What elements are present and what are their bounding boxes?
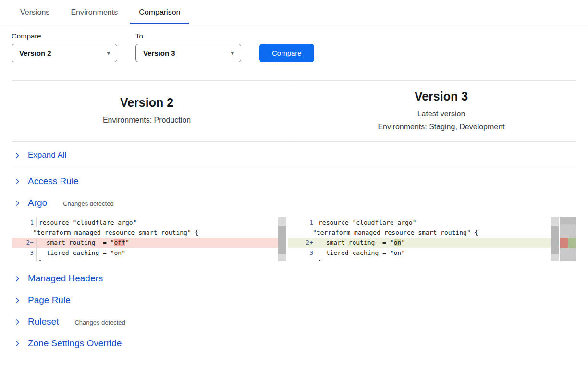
version-left-title: Version 2 bbox=[0, 96, 294, 110]
chevron-right-icon bbox=[14, 200, 21, 206]
section-managed-headers[interactable]: Managed Headers bbox=[0, 269, 588, 288]
diff-pane-left: 1resource "cloudflare_argo""terraform_ma… bbox=[12, 217, 286, 261]
minimap-removed-mark bbox=[560, 238, 568, 248]
tab-versions[interactable]: Versions bbox=[19, 0, 50, 24]
compare-to-value: Version 3 bbox=[143, 49, 175, 57]
diff-view: 1resource "cloudflare_argo""terraform_ma… bbox=[12, 217, 588, 261]
code-line: } bbox=[288, 258, 551, 261]
version-right-subtitle: Latest version bbox=[294, 107, 588, 120]
code-line: "terraform_managed_resource_smart_routin… bbox=[288, 227, 551, 238]
caret-down-icon: ▾ bbox=[107, 50, 110, 57]
code-text: smart_routing = "on" bbox=[316, 238, 405, 248]
changes-detected-badge: Changes detected bbox=[74, 317, 125, 326]
code-text: "terraform_managed_resource_smart_routin… bbox=[12, 227, 198, 238]
expand-all-button[interactable]: Expand All bbox=[0, 142, 588, 169]
section-label: Page Rule bbox=[28, 295, 71, 305]
code-line: 1resource "cloudflare_argo" bbox=[12, 217, 278, 227]
version-left-environments: Environments: Production bbox=[0, 114, 294, 126]
section-zone-settings-override[interactable]: Zone Settings Override bbox=[0, 334, 588, 353]
chevron-right-icon bbox=[14, 297, 21, 303]
tab-environments[interactable]: Environments bbox=[70, 0, 119, 24]
changes-detected-badge: Changes detected bbox=[63, 199, 114, 207]
section-label: Access Rule bbox=[28, 176, 79, 187]
version-right-title: Version 3 bbox=[294, 89, 588, 103]
version-headers: Version 2 Environments: Production Versi… bbox=[0, 81, 588, 141]
chevron-right-icon bbox=[14, 152, 21, 159]
section-access-rule[interactable]: Access Rule bbox=[0, 172, 588, 191]
tab-comparison[interactable]: Comparison bbox=[138, 0, 181, 24]
diff-scrollbar[interactable] bbox=[551, 217, 559, 261]
tab-bar: VersionsEnvironmentsComparison bbox=[0, 0, 588, 24]
code-line: 1resource "cloudflare_argo" bbox=[288, 217, 551, 227]
scrollbar-thumb[interactable] bbox=[551, 226, 559, 254]
code-line: 3 tiered_caching = "on" bbox=[12, 248, 278, 258]
line-number: 2+ bbox=[288, 238, 316, 248]
section-label: Zone Settings Override bbox=[28, 338, 122, 349]
version-right-environments: Environments: Staging, Development bbox=[294, 120, 588, 133]
line-number: 1 bbox=[288, 217, 316, 227]
code-text: resource "cloudflare_argo" bbox=[316, 217, 416, 227]
section-ruleset[interactable]: RulesetChanges detected bbox=[0, 312, 588, 331]
section-argo[interactable]: ArgoChanges detected bbox=[0, 193, 588, 213]
line-number: 1 bbox=[12, 217, 37, 227]
code-line: } bbox=[12, 258, 278, 261]
section-label: Ruleset bbox=[28, 316, 59, 327]
diff-scrollbar[interactable] bbox=[278, 217, 286, 261]
code-text: } bbox=[316, 258, 322, 261]
chevron-right-icon bbox=[14, 319, 21, 325]
diff-minimap[interactable] bbox=[560, 217, 576, 261]
caret-down-icon: ▾ bbox=[231, 50, 234, 57]
section-page-rule[interactable]: Page Rule bbox=[0, 291, 588, 310]
compare-button[interactable]: Compare bbox=[259, 44, 314, 62]
code-text: smart_routing = "off" bbox=[37, 238, 129, 248]
code-line: 3 tiered_caching = "on" bbox=[288, 248, 551, 258]
code-text: resource "cloudflare_argo" bbox=[37, 217, 137, 227]
section-label: Argo bbox=[28, 198, 47, 208]
diff-pane-right: 1resource "cloudflare_argo""terraform_ma… bbox=[288, 217, 559, 261]
line-number: 3 bbox=[12, 248, 37, 258]
expand-all-label: Expand All bbox=[28, 151, 66, 160]
code-line: 2− smart_routing = "off" bbox=[12, 238, 278, 248]
code-text: tiered_caching = "on" bbox=[316, 248, 405, 258]
version-left-header: Version 2 Environments: Production bbox=[0, 96, 294, 126]
chevron-right-icon bbox=[14, 341, 21, 347]
chevron-right-icon bbox=[14, 178, 21, 185]
chevron-right-icon bbox=[14, 276, 21, 282]
compare-to-select[interactable]: Version 3 ▾ bbox=[135, 44, 241, 62]
compare-label: Compare bbox=[12, 32, 117, 40]
minimap-added-mark bbox=[568, 238, 576, 248]
compare-field: Compare Version 2 ▾ bbox=[12, 32, 117, 62]
scrollbar-thumb[interactable] bbox=[278, 226, 286, 254]
code-text: tiered_caching = "on" bbox=[37, 248, 125, 258]
version-right-header: Version 3 Latest version Environments: S… bbox=[294, 89, 588, 133]
compare-controls: Compare Version 2 ▾ To Version 3 ▾ Compa… bbox=[0, 24, 588, 62]
code-text: "terraform_managed_resource_smart_routin… bbox=[288, 227, 478, 238]
to-field: To Version 3 ▾ bbox=[135, 32, 241, 62]
code-line: "terraform_managed_resource_smart_routin… bbox=[12, 227, 278, 238]
to-label: To bbox=[135, 32, 241, 40]
line-number: 2− bbox=[12, 238, 37, 248]
line-number bbox=[12, 258, 37, 261]
line-number bbox=[288, 258, 316, 261]
sections: Access RuleArgoChanges detected1resource… bbox=[0, 172, 588, 353]
line-number: 3 bbox=[288, 248, 316, 258]
compare-from-select[interactable]: Version 2 ▾ bbox=[12, 44, 117, 62]
compare-from-value: Version 2 bbox=[19, 49, 51, 57]
section-label: Managed Headers bbox=[28, 273, 103, 284]
divider bbox=[12, 169, 576, 169]
code-text: } bbox=[37, 258, 43, 261]
code-line: 2+ smart_routing = "on" bbox=[288, 238, 551, 248]
